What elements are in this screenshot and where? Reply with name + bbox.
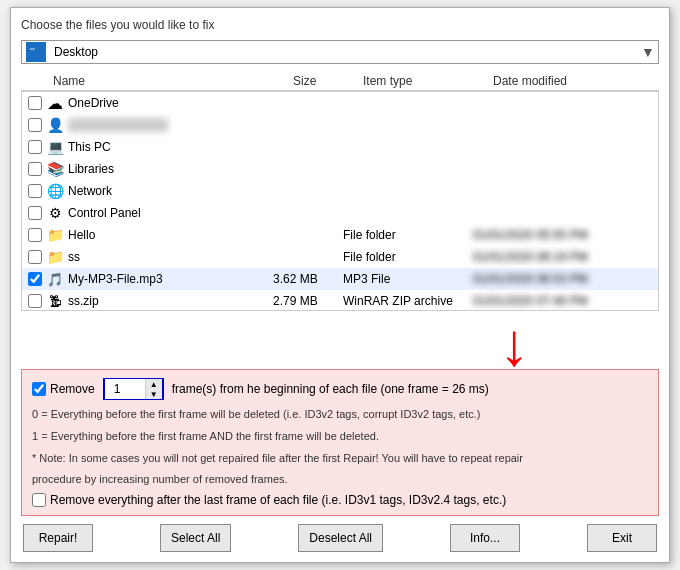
list-item[interactable]: 📁ssFile folder01/01/2020 08:19 PM (22, 246, 658, 268)
file-checkbox[interactable] (28, 206, 42, 220)
list-item[interactable]: 🌐Network (22, 180, 658, 202)
header-size: Size (293, 74, 363, 88)
onedrive-icon: ☁ (46, 94, 64, 112)
network-icon: 🌐 (46, 182, 64, 200)
list-item[interactable]: 🗜ss.zip2.79 MBWinRAR ZIP archive01/01/20… (22, 290, 658, 311)
file-list-header: Name Size Item type Date modified (21, 72, 659, 91)
location-icon (26, 42, 46, 62)
file-checkbox[interactable] (28, 272, 42, 286)
list-item[interactable]: 🎵My-MP3-File.mp33.62 MBMP3 File01/01/202… (22, 268, 658, 290)
file-type: File folder (343, 250, 473, 264)
list-item[interactable]: ⚙Control Panel (22, 202, 658, 224)
thispc-icon: 💻 (46, 138, 64, 156)
file-type: File folder (343, 228, 473, 242)
file-name: Network (68, 184, 273, 198)
dropdown-arrow[interactable]: ▼ (638, 44, 658, 60)
list-item[interactable]: 📁HelloFile folder01/01/2020 05:55 PM (22, 224, 658, 246)
file-name: Libraries (68, 162, 273, 176)
ss-icon: 📁 (46, 248, 64, 266)
file-name: Hello (68, 228, 273, 242)
svg-rect-1 (30, 48, 35, 50)
remove-last-row: Remove everything after the last frame o… (32, 493, 648, 507)
info-button[interactable]: Info... (450, 524, 520, 552)
file-date: 01/01/2020 06:53 PM (473, 272, 603, 286)
header-date: Date modified (493, 74, 623, 88)
mp3-icon: 🎵 (46, 270, 64, 288)
zip-icon: 🗜 (46, 292, 64, 310)
file-checkbox[interactable] (28, 162, 42, 176)
file-name (68, 118, 168, 132)
file-checkbox[interactable] (28, 184, 42, 198)
file-size: 2.79 MB (273, 294, 343, 308)
file-date: 01/01/2020 07:46 PM (473, 294, 603, 308)
libraries-icon: 📚 (46, 160, 64, 178)
dialog-title: Choose the files you would like to fix (21, 18, 659, 32)
header-name: Name (53, 74, 293, 88)
info-line-4: procedure by increasing number of remove… (32, 471, 648, 489)
info-line-1: 0 = Everything before the first frame wi… (32, 406, 648, 424)
main-dialog: Choose the files you would like to fix D… (10, 7, 670, 562)
spinner-buttons: ▲ ▼ (145, 379, 162, 399)
repair-button[interactable]: Repair! (23, 524, 93, 552)
info-line-2: 1 = Everything before the first frame AN… (32, 428, 648, 446)
remove-last-label: Remove everything after the last frame o… (50, 493, 506, 507)
file-checkbox[interactable] (28, 140, 42, 154)
deselect-all-button[interactable]: Deselect All (298, 524, 383, 552)
spinner-up[interactable]: ▲ (146, 379, 162, 389)
remove-label-after: frame(s) from he beginning of each file … (172, 382, 489, 396)
red-arrow: ↓ (499, 315, 529, 375)
frames-value[interactable] (105, 379, 145, 399)
info-line-3: * Note: In some cases you will not get r… (32, 450, 648, 468)
location-bar: Desktop ▼ (21, 40, 659, 64)
remove-label-before: Remove (50, 382, 95, 396)
list-item[interactable]: 📚Libraries (22, 158, 658, 180)
file-checkbox[interactable] (28, 118, 42, 132)
spinner-down[interactable]: ▼ (146, 389, 162, 399)
arrow-area: ↓ (21, 315, 659, 365)
location-text: Desktop (50, 45, 638, 59)
file-checkbox[interactable] (28, 228, 42, 242)
file-size: 3.62 MB (273, 272, 343, 286)
frames-spinner[interactable]: ▲ ▼ (103, 378, 164, 400)
header-type: Item type (363, 74, 493, 88)
select-all-button[interactable]: Select All (160, 524, 231, 552)
file-checkbox[interactable] (28, 96, 42, 110)
file-name: This PC (68, 140, 273, 154)
button-row: Repair! Select All Deselect All Info... … (21, 524, 659, 552)
file-checkbox[interactable] (28, 250, 42, 264)
file-type: WinRAR ZIP archive (343, 294, 473, 308)
hello-icon: 📁 (46, 226, 64, 244)
remove-last-checkbox[interactable] (32, 493, 46, 507)
file-date: 01/01/2020 08:19 PM (473, 250, 603, 264)
bottom-section: Remove ▲ ▼ frame(s) from he beginning of… (21, 369, 659, 515)
controlpanel-icon: ⚙ (46, 204, 64, 222)
file-date: 01/01/2020 05:55 PM (473, 228, 603, 242)
exit-button[interactable]: Exit (587, 524, 657, 552)
file-name: ss.zip (68, 294, 273, 308)
list-item[interactable]: 💻This PC (22, 136, 658, 158)
file-name: ss (68, 250, 273, 264)
file-name: My-MP3-File.mp3 (68, 272, 273, 286)
file-type: MP3 File (343, 272, 473, 286)
remove-frames-row: Remove ▲ ▼ frame(s) from he beginning of… (32, 378, 648, 400)
file-checkbox[interactable] (28, 294, 42, 308)
list-item[interactable]: ☁OneDrive (22, 92, 658, 114)
file-name: OneDrive (68, 96, 273, 110)
file-list: ☁OneDrive👤💻This PC📚Libraries🌐Network⚙Con… (21, 91, 659, 311)
list-item[interactable]: 👤 (22, 114, 658, 136)
user1-icon: 👤 (46, 116, 64, 134)
remove-frames-checkbox[interactable] (32, 382, 46, 396)
file-name: Control Panel (68, 206, 273, 220)
